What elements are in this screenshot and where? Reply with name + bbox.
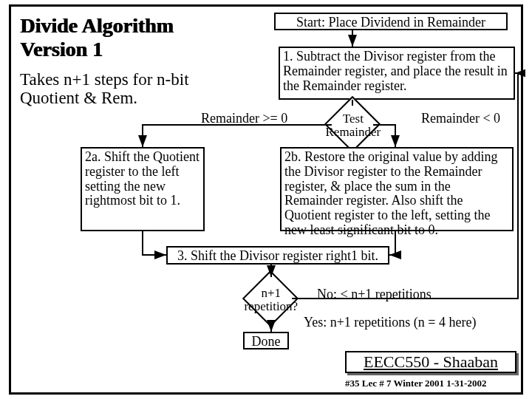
footer-meta: #35 Lec # 7 Winter 2001 1-31-2002 <box>345 378 486 389</box>
node-step2b: 2b. Restore the original value by adding… <box>280 147 514 231</box>
slide-frame: Divide Algorithm Version 1 Takes n+1 ste… <box>9 4 523 395</box>
node-step2a: 2a. Shift the Quotient register to the l… <box>81 147 205 231</box>
node-test-remainder: Test Remainder <box>324 96 381 152</box>
slide-title: Divide Algorithm Version 1 <box>20 14 174 61</box>
node-done: Done <box>243 332 289 349</box>
node-step3: 3. Shift the Divisor register right1 bit… <box>166 246 389 265</box>
node-start: Start: Place Dividend in Remainder <box>274 13 508 30</box>
node-test-label: Test Remainder <box>320 112 386 139</box>
edge-label-no: No: < n+1 repetitions <box>317 287 432 301</box>
node-repetition: n+1 repetition? <box>242 270 299 327</box>
slide-subtitle: Takes n+1 steps for n-bit Quotient & Rem… <box>20 70 189 108</box>
edge-label-ge0: Remainder >= 0 <box>201 112 287 126</box>
node-repetition-label: n+1 repetition? <box>238 287 304 313</box>
node-step1: 1. Subtract the Divisor register from th… <box>279 47 515 100</box>
footer-course: EECC550 - Shaaban <box>345 351 516 373</box>
edge-label-yes: Yes: n+1 repetitions (n = 4 here) <box>304 316 476 330</box>
edge-label-lt0: Remainder < 0 <box>421 112 500 126</box>
